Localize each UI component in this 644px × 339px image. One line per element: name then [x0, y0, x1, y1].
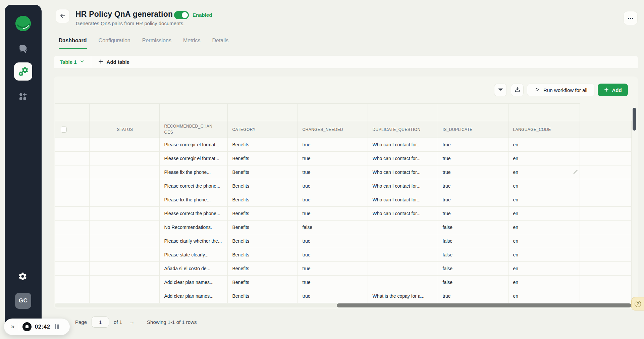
- cell-changes_needed[interactable]: true: [298, 152, 368, 165]
- cell-changes_needed[interactable]: true: [298, 179, 368, 193]
- cell-changes_needed[interactable]: true: [298, 193, 368, 207]
- table-row[interactable]: Please corregir el format...Benefitstrue…: [55, 152, 631, 165]
- tab-details[interactable]: Details: [212, 38, 228, 49]
- cell-recommended_changes[interactable]: Add clear plan names...: [159, 276, 227, 289]
- cell-category[interactable]: Benefits: [227, 152, 298, 165]
- cell-status[interactable]: [89, 289, 159, 303]
- table-row[interactable]: Add clear plan names...BenefitstrueWhat …: [55, 289, 631, 303]
- settings-button[interactable]: [18, 272, 28, 282]
- cell-status[interactable]: [89, 248, 159, 262]
- cell-recommended_changes[interactable]: Please fix the phone...: [159, 165, 227, 179]
- cell-is_duplicate[interactable]: true: [438, 289, 508, 303]
- column-header-status[interactable]: STATUS: [89, 121, 159, 138]
- column-header-language_code[interactable]: LANGUAGE_CODE: [508, 121, 580, 138]
- cell-is_duplicate[interactable]: true: [438, 138, 508, 152]
- tab-metrics[interactable]: Metrics: [183, 38, 201, 49]
- column-header-changes_needed[interactable]: CHANGES_NEEDED: [298, 121, 368, 138]
- horizontal-scrollbar-thumb[interactable]: [337, 303, 631, 307]
- cell-changes_needed[interactable]: true: [298, 262, 368, 276]
- cell-recommended_changes[interactable]: Añada si el costo de...: [159, 262, 227, 276]
- cell-duplicate_question[interactable]: [368, 221, 438, 234]
- cell-recommended_changes[interactable]: Please clarify whether the...: [159, 234, 227, 248]
- cell-duplicate_question[interactable]: Who can I contact for...: [368, 193, 438, 207]
- table-row[interactable]: Please fix the phone...BenefitstrueWho c…: [55, 193, 631, 207]
- cell-status[interactable]: [89, 207, 159, 221]
- tab-permissions[interactable]: Permissions: [142, 38, 171, 49]
- cell-changes_needed[interactable]: true: [298, 165, 368, 179]
- cell-duplicate_question[interactable]: Who can I contact for...: [368, 207, 438, 221]
- cell-status[interactable]: [89, 234, 159, 248]
- cell-is_duplicate[interactable]: true: [438, 207, 508, 221]
- cell-category[interactable]: Benefits: [227, 276, 298, 289]
- column-header-duplicate_question[interactable]: DUPLICATE_QUESTION: [368, 121, 438, 138]
- horizontal-scrollbar[interactable]: [55, 303, 630, 307]
- back-button[interactable]: [56, 9, 70, 23]
- cell-language_code[interactable]: en: [508, 152, 580, 165]
- run-workflow-button[interactable]: Run workflow for all: [527, 84, 594, 96]
- cell-status[interactable]: [89, 165, 159, 179]
- cell-is_duplicate[interactable]: true: [438, 165, 508, 179]
- cell-duplicate_question[interactable]: [368, 234, 438, 248]
- cell-language_code[interactable]: en: [508, 276, 580, 289]
- cell-recommended_changes[interactable]: Please fix the phone...: [159, 193, 227, 207]
- cell-changes_needed[interactable]: true: [298, 276, 368, 289]
- cell-duplicate_question[interactable]: Who can I contact for...: [368, 165, 438, 179]
- brand-logo[interactable]: [15, 16, 31, 31]
- cell-duplicate_question[interactable]: [368, 276, 438, 289]
- table-row[interactable]: No Recommendations.Benefitsfalsefalseen: [55, 221, 631, 234]
- avatar[interactable]: GC: [15, 293, 31, 309]
- cell-language_code[interactable]: en: [508, 193, 580, 207]
- cell-duplicate_question[interactable]: [368, 248, 438, 262]
- table-row[interactable]: Please state clearly...Benefitstruefalse…: [55, 248, 631, 262]
- cell-status[interactable]: [89, 276, 159, 289]
- cell-changes_needed[interactable]: false: [298, 221, 368, 234]
- column-header-select[interactable]: [55, 121, 89, 138]
- cell-language_code[interactable]: en: [508, 248, 580, 262]
- cell-duplicate_question[interactable]: Who can I contact for...: [368, 152, 438, 165]
- cell-duplicate_question[interactable]: What is the copay for a...: [368, 289, 438, 303]
- sidebar-item-chat[interactable]: [17, 43, 29, 54]
- cell-is_duplicate[interactable]: false: [438, 262, 508, 276]
- cell-is_duplicate[interactable]: true: [438, 152, 508, 165]
- page-number-input[interactable]: [92, 317, 109, 328]
- column-header-category[interactable]: CATEGORY: [227, 121, 298, 138]
- edit-pencil-icon[interactable]: [573, 170, 578, 175]
- cell-recommended_changes[interactable]: Please corregir el format...: [159, 138, 227, 152]
- cell-status[interactable]: [89, 262, 159, 276]
- cell-status[interactable]: [89, 152, 159, 165]
- download-button[interactable]: [511, 84, 524, 96]
- cell-changes_needed[interactable]: true: [298, 207, 368, 221]
- cell-category[interactable]: Benefits: [227, 165, 298, 179]
- cell-recommended_changes[interactable]: No Recommendations.: [159, 221, 227, 234]
- cell-status[interactable]: [89, 138, 159, 152]
- table-select-dropdown[interactable]: Table 1: [54, 56, 91, 68]
- table-row[interactable]: Please clarify whether the...Benefitstru…: [55, 234, 631, 248]
- stop-button[interactable]: [22, 322, 32, 331]
- cell-language_code[interactable]: en: [508, 262, 580, 276]
- table-row[interactable]: Add clear plan names...Benefitstruefalse…: [55, 276, 631, 289]
- vertical-scrollbar-thumb[interactable]: [633, 108, 636, 131]
- cell-duplicate_question[interactable]: [368, 262, 438, 276]
- next-page-button[interactable]: →: [127, 319, 136, 326]
- cell-recommended_changes[interactable]: Please correct the phone...: [159, 179, 227, 193]
- cell-recommended_changes[interactable]: Add clear plan names...: [159, 289, 227, 303]
- table-row[interactable]: Please corregir el format...Benefitstrue…: [55, 138, 631, 152]
- cell-language_code[interactable]: en: [508, 234, 580, 248]
- cell-category[interactable]: Benefits: [227, 289, 298, 303]
- cell-is_duplicate[interactable]: false: [438, 248, 508, 262]
- cell-changes_needed[interactable]: true: [298, 138, 368, 152]
- sidebar-item-workflows[interactable]: [14, 62, 32, 81]
- table-row[interactable]: Añada si el costo de...Benefitstruefalse…: [55, 262, 631, 276]
- select-all-checkbox[interactable]: [61, 127, 67, 133]
- add-row-button[interactable]: Add: [598, 84, 628, 96]
- pause-button[interactable]: [55, 324, 59, 329]
- cell-language_code[interactable]: en: [508, 138, 580, 152]
- cell-category[interactable]: Benefits: [227, 193, 298, 207]
- column-header-is_duplicate[interactable]: IS_DUPLICATE: [438, 121, 508, 138]
- enabled-toggle[interactable]: [174, 11, 189, 19]
- cell-changes_needed[interactable]: true: [298, 234, 368, 248]
- cell-is_duplicate[interactable]: false: [438, 221, 508, 234]
- more-options-button[interactable]: ⋯: [624, 11, 638, 25]
- cell-category[interactable]: Benefits: [227, 248, 298, 262]
- cell-category[interactable]: Benefits: [227, 179, 298, 193]
